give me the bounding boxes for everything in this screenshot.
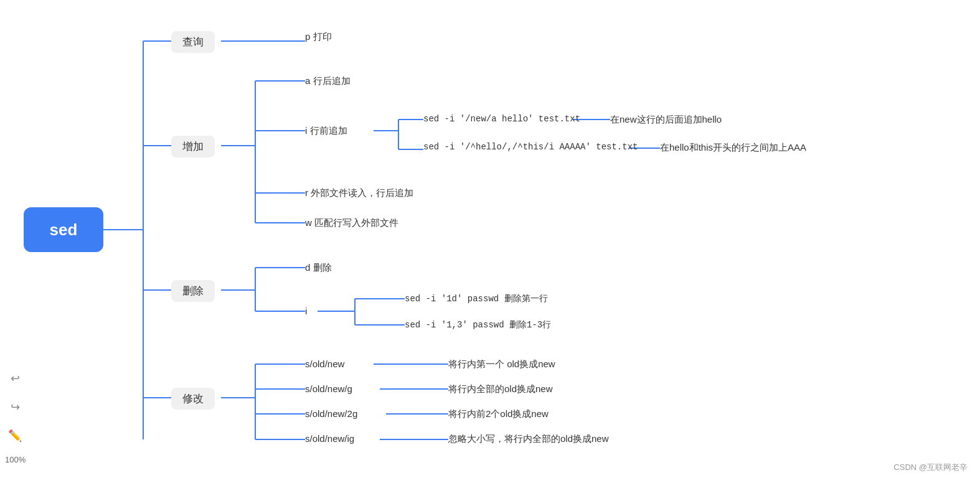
paint-icon[interactable]: ✏️ — [5, 426, 25, 446]
label-d2: i — [305, 306, 307, 316]
category-query: 查询 — [171, 31, 215, 53]
label-m4d: 忽略大小写，将行内全部的old换成new — [448, 433, 609, 445]
label-a2c2d: 在hello和this开头的行之间加上AAA — [660, 142, 806, 154]
label-m3: s/old/new/2g — [305, 408, 357, 419]
label-d2c2: sed -i '1,3' passwd 删除1-3行 — [405, 319, 551, 331]
bottom-icons: ↩ ↪ ✏️ — [5, 368, 25, 446]
root-label: sed — [50, 220, 78, 240]
undo-icon[interactable]: ↩ — [5, 368, 25, 388]
label-m4: s/old/new/ig — [305, 433, 354, 444]
category-add: 增加 — [171, 136, 215, 157]
label-a1: a 行后追加 — [305, 75, 351, 87]
label-a2c1: sed -i '/new/a hello' test.txt — [423, 114, 580, 124]
label-a2c1d: 在new这行的后面追加hello — [610, 114, 722, 126]
label-m1: s/old/new — [305, 359, 344, 369]
label-m1d: 将行内第一个 old换成new — [448, 359, 555, 370]
label-m2d: 将行内全部的old换成new — [448, 383, 553, 395]
label-a3: r 外部文件读入，行后追加 — [305, 187, 413, 199]
label-m2: s/old/new/g — [305, 383, 352, 394]
label-a4: w 匹配行写入外部文件 — [305, 217, 398, 229]
root-node: sed — [24, 207, 103, 252]
label-d2c1: sed -i '1d' passwd 删除第一行 — [405, 293, 548, 304]
category-modify: 修改 — [171, 388, 215, 410]
label-d1: d 删除 — [305, 262, 332, 274]
label-a2c2: sed -i '/^hello/,/^this/i AAAAA' test.tx… — [423, 142, 638, 152]
label-a2: i 行前追加 — [305, 125, 347, 137]
redo-icon[interactable]: ↪ — [5, 397, 25, 417]
label-m3d: 将行内前2个old换成new — [448, 408, 549, 420]
label-q1: p 打印 — [305, 31, 332, 43]
category-delete: 删除 — [171, 280, 215, 302]
canvas: sed 查询 增加 删除 修改 p 打印 a 行后追加 i 行前追加 sed -… — [0, 0, 980, 483]
